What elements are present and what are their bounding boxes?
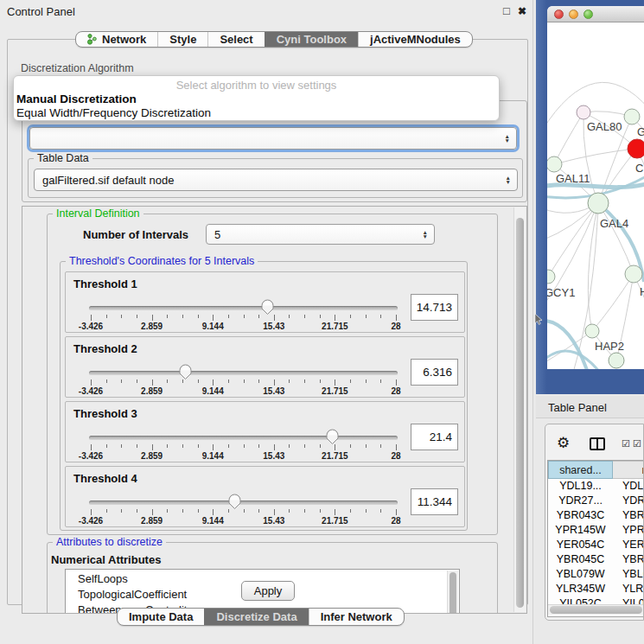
threshold-value-input[interactable] [411, 359, 458, 386]
slider-thumb-icon[interactable] [260, 298, 275, 316]
tab-impute-data[interactable]: Impute Data [118, 609, 204, 625]
cell-name[interactable]: YER0 [613, 538, 644, 552]
apply-button[interactable]: Apply [241, 581, 295, 601]
table-row[interactable]: YER054CYER0 [548, 538, 644, 552]
threshold-value-input[interactable] [411, 488, 458, 515]
number-of-intervals-combobox[interactable]: 5 ▲▼ [206, 224, 435, 245]
tab-select[interactable]: Select [207, 32, 264, 47]
close-traffic-light-icon[interactable] [554, 10, 564, 19]
numerical-attributes-label: Numerical Attributes [51, 553, 161, 566]
dropdown-hint-item[interactable]: Select algorithm to view settings [14, 79, 499, 92]
threshold-panel: Threshold 1 -3.4262.8599.14415.4321.7152… [65, 271, 465, 333]
cell-shared-name[interactable]: YER054C [548, 538, 613, 552]
cell-name[interactable]: YBR0 [613, 508, 644, 523]
column-header-name[interactable]: na [613, 461, 644, 479]
node-gal4[interactable] [588, 193, 609, 214]
table-row[interactable]: YLR345WYLR3 [548, 582, 644, 596]
cell-shared-name[interactable]: YLR345W [548, 582, 613, 596]
node-top-right[interactable] [624, 109, 640, 124]
table-data-combobox[interactable]: galFiltered.sif default node ▲▼ [34, 169, 518, 191]
tab-discretize-data[interactable]: Discretize Data [204, 609, 308, 625]
node-hap2[interactable] [585, 324, 599, 338]
cell-name[interactable]: YBR0 [613, 552, 644, 567]
control-panel-window: Control Panel □ ✖ ▲▼ Table Data galFilte… [0, 0, 533, 644]
threshold-value-input[interactable] [411, 294, 458, 321]
float-window-icon[interactable]: □ [500, 4, 513, 17]
network-window-titlebar[interactable] [547, 6, 644, 22]
node-gal11[interactable] [547, 156, 562, 172]
cell-name[interactable]: YBL0 [613, 567, 644, 582]
node-gal80[interactable] [577, 105, 590, 119]
slider-thumb-icon[interactable] [178, 363, 193, 380]
node-red-selected[interactable] [628, 139, 644, 158]
mouse-cursor [535, 314, 543, 325]
split-view-icon[interactable] [590, 437, 605, 450]
cell-shared-name[interactable]: YBL079W [548, 567, 613, 582]
network-edge [554, 149, 637, 164]
threshold-slider[interactable] [91, 296, 396, 316]
table-panel-header: Table Panel [536, 396, 644, 418]
scrollbar-thumb[interactable] [516, 218, 524, 608]
settings-scrollbar[interactable] [513, 207, 526, 612]
cell-name[interactable]: YPR1 [613, 523, 644, 538]
control-panel-body: ▲▼ Table Data galFiltered.sif default no… [7, 39, 528, 605]
slider-thumb-icon[interactable] [227, 493, 242, 510]
cell-name[interactable]: YDR2 [613, 494, 644, 508]
node-bottom[interactable] [609, 353, 624, 368]
cell-shared-name[interactable]: YBR043C [548, 508, 613, 523]
network-edge [554, 112, 583, 164]
table-row[interactable]: YBR043CYBR0 [548, 508, 644, 523]
tab-jactivemnodules[interactable]: jActiveMNodules [358, 32, 472, 47]
column-header-shared-name[interactable]: shared... [548, 461, 613, 479]
threshold-slider[interactable] [91, 360, 396, 381]
network-canvas[interactable]: GAL80GACGAL11GAL4GCY1HHAP2 [547, 22, 644, 369]
tab-cyni-toolbox[interactable]: Cyni Toolbox [265, 32, 358, 47]
table-row[interactable]: YDR27...YDR2 [548, 494, 644, 508]
algorithm-combobox[interactable]: ▲▼ [29, 127, 517, 150]
table-panel-body: ⚙ ☑ ☑ shared... na YDL19...YDL1YDR27...Y… [536, 418, 644, 644]
table-row[interactable]: YBL079WYBL0 [548, 567, 644, 582]
thresholds-group: Threshold's Coordinates for 5 Intervals … [60, 261, 468, 531]
combo-arrows-icon: ▲▼ [506, 175, 511, 184]
cell-shared-name[interactable]: YBR045C [548, 552, 613, 567]
checked-box-icon[interactable]: ☑ [633, 438, 641, 450]
threshold-slider[interactable] [91, 425, 396, 446]
table-row[interactable]: YBR045CYBR0 [548, 552, 644, 567]
scrollbar-thumb[interactable] [450, 572, 456, 614]
settings-scrollpane: Interval Definition Number of Intervals … [22, 206, 527, 614]
threshold-slider[interactable] [91, 490, 396, 511]
dropdown-option-equal-width[interactable]: Equal Width/Frequency Discretization [16, 106, 211, 119]
cell-name[interactable]: YDL1 [613, 479, 644, 494]
table-horizontal-scrollbar[interactable] [548, 604, 644, 615]
checked-box-icon[interactable]: ☑ [622, 438, 630, 450]
threshold-value-input[interactable] [411, 424, 458, 450]
table-row[interactable]: YDL19...YDL1 [548, 479, 644, 494]
dropdown-option-manual-discretization[interactable]: Manual Discretization [16, 92, 137, 105]
close-panel-icon[interactable]: ✖ [515, 5, 529, 17]
scrollbar-thumb[interactable] [550, 606, 642, 614]
cell-shared-name[interactable]: YDR27... [548, 494, 613, 508]
tab-label: Cyni Toolbox [277, 33, 347, 46]
interval-definition-group: Interval Definition Number of Intervals … [47, 214, 498, 535]
node-h[interactable] [625, 265, 642, 283]
cell-shared-name[interactable]: YDL19... [548, 479, 613, 494]
node-label: GA [637, 125, 644, 138]
gear-icon[interactable]: ⚙ [557, 434, 570, 452]
tab-style[interactable]: Style [157, 32, 207, 47]
cell-shared-name[interactable]: YPR145W [548, 523, 613, 538]
table-header-row: shared... na [548, 461, 644, 479]
tab-infer-network[interactable]: Infer Network [309, 609, 404, 625]
minimize-traffic-light-icon[interactable] [569, 10, 578, 19]
node-gcy1[interactable] [547, 270, 555, 284]
table-data-group: Table Data galFiltered.sif default node … [28, 158, 523, 198]
tab-label: Infer Network [321, 610, 392, 623]
node-label: GAL4 [600, 217, 628, 230]
slider-thumb-icon[interactable] [325, 428, 340, 445]
table-row[interactable]: YPR145WYPR1 [548, 523, 644, 538]
cell-name[interactable]: YLR3 [613, 582, 644, 596]
tab-network[interactable]: Network [76, 32, 157, 47]
network-frame-border[interactable]: GAL80GACGAL11GAL4GCY1HHAP2 [536, 0, 644, 394]
slider-ticks [91, 379, 396, 386]
list-scrollbar[interactable] [447, 571, 458, 614]
zoom-traffic-light-icon[interactable] [583, 10, 593, 19]
